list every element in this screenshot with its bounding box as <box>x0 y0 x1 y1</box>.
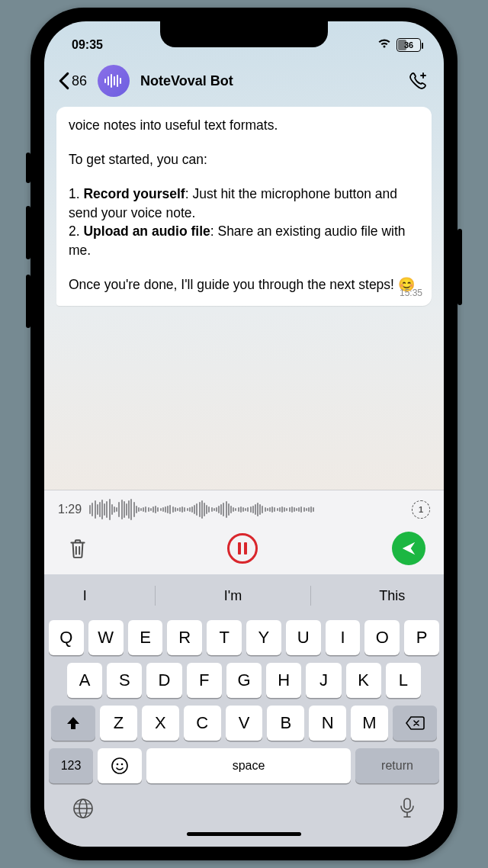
key-s[interactable]: S <box>107 663 142 698</box>
message-timestamp: 15:35 <box>400 287 422 300</box>
svg-point-9 <box>117 764 119 766</box>
key-w[interactable]: W <box>88 620 124 655</box>
send-button[interactable] <box>392 532 425 565</box>
key-m[interactable]: M <box>351 706 388 741</box>
numbers-key[interactable]: 123 <box>49 748 93 783</box>
key-k[interactable]: K <box>346 663 381 698</box>
key-j[interactable]: J <box>306 663 341 698</box>
backspace-key[interactable] <box>393 706 437 741</box>
key-c[interactable]: C <box>184 706 221 741</box>
dictation-key[interactable] <box>398 797 416 823</box>
trash-button[interactable] <box>63 533 93 564</box>
key-n[interactable]: N <box>309 706 346 741</box>
suggestion[interactable]: I'm <box>224 588 242 604</box>
key-f[interactable]: F <box>187 663 222 698</box>
svg-rect-6 <box>238 542 241 555</box>
message-line: To get started, you can: <box>69 150 419 169</box>
globe-key[interactable] <box>72 797 95 823</box>
recording-duration: 1:29 <box>58 503 82 516</box>
return-key[interactable]: return <box>355 748 439 783</box>
segment-timer-icon[interactable]: 1 <box>412 500 430 519</box>
bot-avatar[interactable] <box>98 65 130 97</box>
keyboard: I I'm This QWERTYUIOP ASDFGHJKL ZXCVBNM … <box>44 574 444 847</box>
waveform[interactable] <box>89 498 404 521</box>
divider <box>155 586 156 606</box>
device-notch <box>160 21 328 47</box>
chat-area[interactable]: voice notes into useful text formats. To… <box>44 104 444 490</box>
shift-key[interactable] <box>51 706 95 741</box>
chat-header: 86 NoteVoval Bot <box>44 58 444 104</box>
back-button[interactable]: 86 <box>58 72 87 90</box>
space-key[interactable]: space <box>146 748 351 783</box>
suggestion[interactable]: I <box>83 588 87 604</box>
message-bubble[interactable]: voice notes into useful text formats. To… <box>56 107 432 306</box>
wifi-icon <box>377 38 392 52</box>
key-e[interactable]: E <box>128 620 163 655</box>
key-o[interactable]: O <box>364 620 400 655</box>
key-p[interactable]: P <box>404 620 439 655</box>
key-z[interactable]: Z <box>100 706 137 741</box>
message-list-item: 2. Upload an audio file: Share an existi… <box>69 222 419 260</box>
pause-button[interactable] <box>227 533 258 564</box>
home-indicator[interactable] <box>187 832 301 836</box>
message-line: Once you're done, I'll guide you through… <box>69 275 419 295</box>
emoji-key[interactable] <box>98 748 142 783</box>
key-v[interactable]: V <box>226 706 263 741</box>
key-x[interactable]: X <box>142 706 179 741</box>
key-a[interactable]: A <box>67 663 102 698</box>
call-button[interactable] <box>409 70 430 92</box>
key-i[interactable]: I <box>326 620 361 655</box>
status-time: 09:35 <box>72 38 103 52</box>
key-l[interactable]: L <box>386 663 421 698</box>
voice-record-panel: 1:29 1 <box>44 490 444 574</box>
key-y[interactable]: Y <box>246 620 281 655</box>
suggestions-row: I I'm This <box>49 579 439 612</box>
key-t[interactable]: T <box>207 620 242 655</box>
key-u[interactable]: U <box>286 620 321 655</box>
key-g[interactable]: G <box>226 663 262 698</box>
battery-icon: 36 <box>396 38 421 52</box>
chat-title: NoteVoval Bot <box>140 73 401 89</box>
svg-rect-7 <box>244 542 247 555</box>
key-r[interactable]: R <box>167 620 202 655</box>
svg-point-10 <box>121 764 124 766</box>
key-h[interactable]: H <box>266 663 301 698</box>
key-d[interactable]: D <box>146 663 181 698</box>
suggestion[interactable]: This <box>379 588 405 604</box>
svg-point-8 <box>112 758 127 773</box>
key-q[interactable]: Q <box>49 620 84 655</box>
battery-percent: 36 <box>404 40 413 50</box>
divider <box>310 586 311 606</box>
key-b[interactable]: B <box>267 706 304 741</box>
unread-count: 86 <box>72 73 87 89</box>
message-line: voice notes into useful text formats. <box>69 116 419 135</box>
svg-rect-16 <box>404 799 410 809</box>
message-list-item: 1. Record yourself: Just hit the microph… <box>69 185 419 223</box>
